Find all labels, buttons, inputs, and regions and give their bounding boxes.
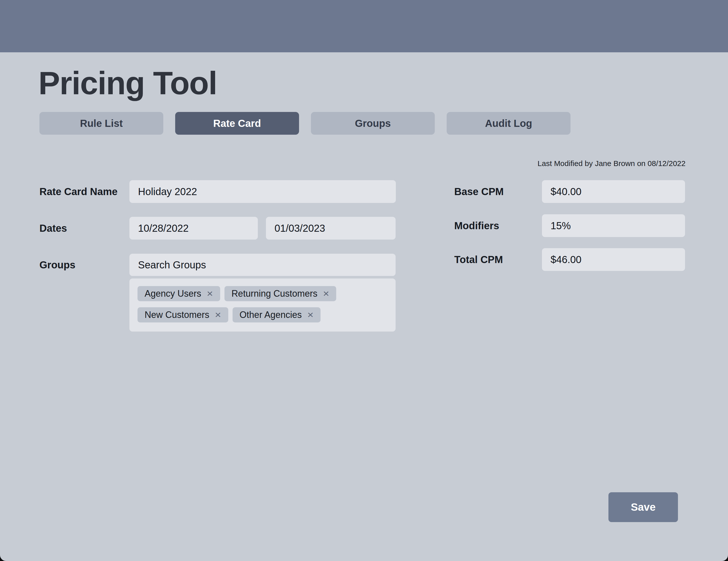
modifiers-input[interactable] <box>542 214 685 237</box>
group-chip-label: New Customers <box>145 309 209 320</box>
group-chip: New Customers× <box>138 307 228 322</box>
modifiers-label: Modifiers <box>454 214 499 237</box>
search-groups-input[interactable] <box>129 254 396 276</box>
save-button[interactable]: Save <box>608 492 678 522</box>
date-end-input[interactable] <box>266 217 396 240</box>
date-start-input[interactable] <box>129 217 258 240</box>
tab-groups[interactable]: Groups <box>311 112 435 135</box>
chip-remove-icon[interactable]: × <box>207 289 213 299</box>
group-chip-label: Other Agencies <box>240 309 302 320</box>
tab-rule-list[interactable]: Rule List <box>39 112 163 135</box>
group-chip: Agency Users× <box>138 286 220 301</box>
chip-remove-icon[interactable]: × <box>307 310 314 320</box>
group-chip: Other Agencies× <box>233 307 321 322</box>
group-chip-label: Agency Users <box>145 288 201 299</box>
rate-card-name-label: Rate Card Name <box>39 180 118 203</box>
chip-remove-icon[interactable]: × <box>323 289 329 299</box>
dates-label: Dates <box>39 217 67 240</box>
total-cpm-label: Total CPM <box>454 248 503 271</box>
total-cpm-input[interactable] <box>542 248 685 271</box>
base-cpm-label: Base CPM <box>454 180 504 203</box>
group-chip: Returning Customers× <box>224 286 336 301</box>
rate-card-name-input[interactable] <box>129 180 396 203</box>
tab-audit-log[interactable]: Audit Log <box>447 112 571 135</box>
tab-rate-card[interactable]: Rate Card <box>175 112 299 135</box>
top-bar <box>0 0 728 52</box>
chip-remove-icon[interactable]: × <box>215 310 221 320</box>
page-title: Pricing Tool <box>38 64 217 102</box>
pricing-tool-app: Pricing Tool Rule List Rate Card Groups … <box>0 0 728 561</box>
tab-bar: Rule List Rate Card Groups Audit Log <box>39 112 571 135</box>
last-modified-text: Last Modified by Jane Brown on 08/12/202… <box>538 159 686 168</box>
group-chip-label: Returning Customers <box>232 288 317 299</box>
selected-groups-panel: Agency Users×Returning Customers×New Cus… <box>129 279 396 331</box>
base-cpm-input[interactable] <box>542 180 685 203</box>
groups-label: Groups <box>39 254 75 276</box>
